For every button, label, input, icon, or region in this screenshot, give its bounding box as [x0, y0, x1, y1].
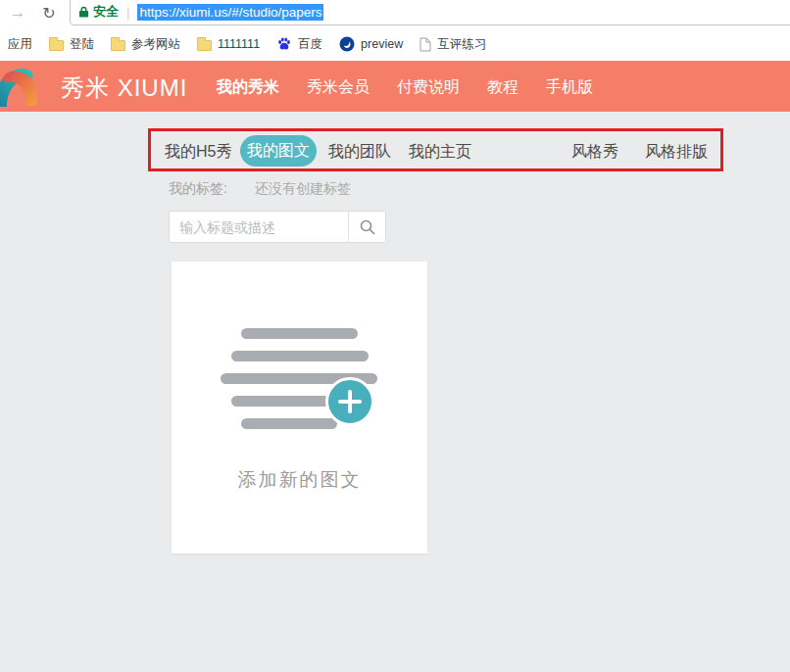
tags-empty-text: 还没有创建标签 [255, 180, 351, 198]
bookmark-label: 百度 [298, 36, 322, 53]
folder-icon [111, 40, 125, 51]
plus-circle-icon [325, 377, 374, 426]
site-nav: 我的秀米 秀米会员 付费说明 教程 手机版 [217, 77, 593, 98]
bookmark-label: 1111111 [218, 37, 260, 51]
omnibox-divider: | [126, 5, 129, 20]
nav-tutorial[interactable]: 教程 [487, 77, 518, 98]
page-icon [420, 37, 431, 52]
nav-pricing[interactable]: 付费说明 [397, 77, 460, 98]
search-input[interactable] [170, 212, 348, 242]
magnifier-icon [359, 218, 376, 236]
document-lines-icon [221, 328, 379, 444]
bookmark-folder-dengLu[interactable]: 登陆 [49, 36, 94, 53]
secure-label: 安全 [93, 3, 119, 21]
bookmark-label: 互评练习 [437, 36, 486, 53]
nav-my-xiumi[interactable]: 我的秀米 [217, 77, 279, 98]
baidu-paw-icon [276, 36, 292, 52]
bookmark-folder-1111111[interactable]: 1111111 [197, 37, 260, 51]
bookmark-label: 登陆 [70, 36, 94, 53]
studio-page: 我的H5秀 我的图文 我的团队 我的主页 风格秀 风格排版 我的标签: 还没有创… [0, 112, 790, 672]
search-button[interactable] [348, 212, 385, 242]
tab-my-team[interactable]: 我的团队 [328, 142, 391, 163]
tab-style-show[interactable]: 风格秀 [571, 142, 618, 163]
tab-my-papers-active[interactable]: 我的图文 [240, 135, 317, 167]
xiumi-logo-icon[interactable] [0, 66, 50, 109]
search-box [169, 211, 386, 243]
bookmark-preview[interactable]: preview [339, 36, 403, 52]
my-tags-label: 我的标签: [169, 180, 227, 198]
apps-shortcut[interactable]: 应用 [8, 36, 32, 53]
doc-line [231, 351, 369, 361]
address-bar[interactable]: 安全 | https://xiumi.us/#/studio/papers [70, 0, 790, 25]
apps-label: 应用 [8, 36, 32, 53]
bookmark-huping[interactable]: 互评练习 [420, 36, 486, 53]
bookmarks-bar: 应用 登陆 参考网站 1111111 百度 preview 互评练习 [0, 27, 790, 61]
bookmark-label: preview [361, 37, 403, 51]
folder-icon [49, 40, 64, 51]
bookmark-folder-reference[interactable]: 参考网站 [111, 36, 180, 53]
nav-membership[interactable]: 秀米会员 [307, 77, 370, 98]
doc-line [241, 418, 337, 429]
brand-title[interactable]: 秀米 XIUMI [61, 72, 187, 104]
reload-icon[interactable]: ↻ [37, 1, 61, 24]
site-header: 秀米 XIUMI 我的秀米 秀米会员 付费说明 教程 手机版 [0, 61, 790, 112]
secure-badge[interactable]: 安全 [78, 3, 119, 21]
folder-icon [197, 40, 212, 51]
bookmark-label: 参考网站 [131, 36, 180, 53]
add-card-label: 添加新的图文 [172, 467, 427, 493]
nav-mobile[interactable]: 手机版 [546, 77, 593, 98]
url-text-selected[interactable]: https://xiumi.us/#/studio/papers [137, 4, 323, 21]
bookmark-baidu[interactable]: 百度 [276, 36, 322, 53]
lock-icon [78, 5, 89, 19]
tab-style-layout[interactable]: 风格排版 [645, 142, 708, 163]
tab-my-h5[interactable]: 我的H5秀 [165, 142, 231, 163]
doc-line [241, 328, 358, 339]
forward-arrow-icon[interactable]: → [6, 1, 29, 24]
preview-globe-icon [339, 36, 355, 52]
add-new-paper-card[interactable]: 添加新的图文 [172, 262, 427, 553]
tab-my-homepage[interactable]: 我的主页 [409, 142, 471, 163]
browser-toolbar: → ↻ 安全 | https://xiumi.us/#/studio/paper… [0, 0, 790, 27]
